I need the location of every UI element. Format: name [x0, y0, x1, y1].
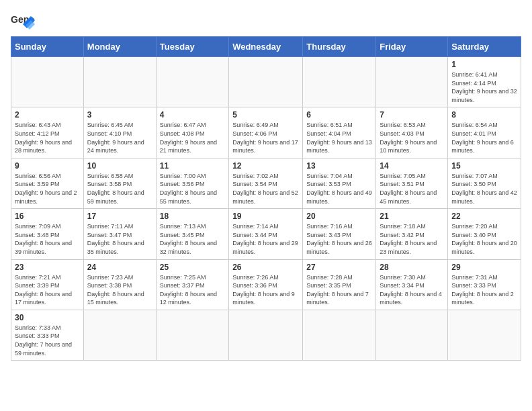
calendar-cell: 28Sunrise: 7:30 AM Sunset: 3:34 PM Dayli… [376, 259, 448, 310]
day-info: Sunrise: 6:58 AM Sunset: 3:58 PM Dayligh… [87, 172, 152, 205]
calendar-cell: 15Sunrise: 7:07 AM Sunset: 3:50 PM Dayli… [448, 158, 521, 208]
calendar-cell: 17Sunrise: 7:11 AM Sunset: 3:47 PM Dayli… [83, 209, 156, 259]
weekday-header-thursday: Thursday [303, 37, 376, 57]
calendar-cell: 13Sunrise: 7:04 AM Sunset: 3:53 PM Dayli… [303, 158, 376, 208]
calendar-cell: 3Sunrise: 6:45 AM Sunset: 4:10 PM Daylig… [83, 107, 156, 158]
calendar-cell: 20Sunrise: 7:16 AM Sunset: 3:43 PM Dayli… [303, 209, 376, 259]
weekday-header-wednesday: Wednesday [229, 37, 303, 57]
header: General [11, 11, 521, 30]
weekday-header-row: SundayMondayTuesdayWednesdayThursdayFrid… [11, 37, 521, 57]
day-info: Sunrise: 7:20 AM Sunset: 3:40 PM Dayligh… [451, 222, 517, 256]
day-number: 2 [15, 110, 80, 120]
calendar-cell: 4Sunrise: 6:47 AM Sunset: 4:08 PM Daylig… [156, 107, 228, 158]
day-info: Sunrise: 6:51 AM Sunset: 4:04 PM Dayligh… [306, 121, 372, 154]
calendar-cell: 9Sunrise: 6:56 AM Sunset: 3:59 PM Daylig… [11, 158, 84, 208]
calendar-cell: 30Sunrise: 7:33 AM Sunset: 3:33 PM Dayli… [11, 310, 84, 360]
calendar-week-row: 16Sunrise: 7:09 AM Sunset: 3:48 PM Dayli… [11, 209, 521, 259]
day-info: Sunrise: 7:09 AM Sunset: 3:48 PM Dayligh… [15, 222, 80, 256]
day-number: 11 [160, 161, 225, 171]
calendar-cell [303, 57, 376, 107]
calendar-cell [11, 57, 84, 107]
calendar-cell: 16Sunrise: 7:09 AM Sunset: 3:48 PM Dayli… [11, 209, 84, 259]
calendar-cell: 8Sunrise: 6:54 AM Sunset: 4:01 PM Daylig… [448, 107, 521, 158]
calendar-cell: 22Sunrise: 7:20 AM Sunset: 3:40 PM Dayli… [448, 209, 521, 259]
day-info: Sunrise: 6:53 AM Sunset: 4:03 PM Dayligh… [380, 121, 444, 154]
day-info: Sunrise: 7:28 AM Sunset: 3:35 PM Dayligh… [306, 273, 372, 307]
calendar-cell: 2Sunrise: 6:43 AM Sunset: 4:12 PM Daylig… [11, 107, 84, 158]
calendar-cell: 1Sunrise: 6:41 AM Sunset: 4:14 PM Daylig… [448, 57, 521, 107]
day-info: Sunrise: 7:05 AM Sunset: 3:51 PM Dayligh… [380, 172, 444, 205]
day-info: Sunrise: 7:02 AM Sunset: 3:54 PM Dayligh… [232, 172, 299, 205]
day-number: 25 [160, 263, 225, 272]
calendar-table: SundayMondayTuesdayWednesdayThursdayFrid… [11, 36, 521, 361]
day-number: 22 [451, 212, 517, 221]
calendar-cell [229, 57, 303, 107]
day-number: 1 [451, 60, 517, 69]
day-number: 18 [160, 212, 225, 221]
day-number: 12 [232, 161, 299, 171]
day-info: Sunrise: 7:13 AM Sunset: 3:45 PM Dayligh… [160, 222, 225, 256]
day-number: 23 [15, 263, 80, 272]
day-info: Sunrise: 7:23 AM Sunset: 3:38 PM Dayligh… [87, 273, 152, 307]
day-info: Sunrise: 6:54 AM Sunset: 4:01 PM Dayligh… [451, 121, 517, 154]
day-number: 6 [306, 110, 372, 120]
calendar-cell: 18Sunrise: 7:13 AM Sunset: 3:45 PM Dayli… [156, 209, 228, 259]
calendar-cell [448, 310, 521, 360]
logo-icon: General [11, 11, 35, 30]
calendar-week-row: 23Sunrise: 7:21 AM Sunset: 3:39 PM Dayli… [11, 259, 521, 310]
calendar-cell: 10Sunrise: 6:58 AM Sunset: 3:58 PM Dayli… [83, 158, 156, 208]
calendar-cell [83, 57, 156, 107]
calendar-cell [156, 310, 228, 360]
calendar-cell: 24Sunrise: 7:23 AM Sunset: 3:38 PM Dayli… [83, 259, 156, 310]
day-info: Sunrise: 7:16 AM Sunset: 3:43 PM Dayligh… [306, 222, 372, 256]
day-number: 26 [232, 263, 299, 272]
day-number: 27 [306, 263, 372, 272]
day-number: 24 [87, 263, 152, 272]
day-info: Sunrise: 6:56 AM Sunset: 3:59 PM Dayligh… [15, 172, 80, 205]
day-number: 19 [232, 212, 299, 221]
logo: General [11, 11, 38, 30]
day-info: Sunrise: 7:30 AM Sunset: 3:34 PM Dayligh… [380, 273, 444, 307]
calendar-cell: 12Sunrise: 7:02 AM Sunset: 3:54 PM Dayli… [229, 158, 303, 208]
day-number: 7 [380, 110, 444, 120]
calendar-cell: 27Sunrise: 7:28 AM Sunset: 3:35 PM Dayli… [303, 259, 376, 310]
calendar-cell: 5Sunrise: 6:49 AM Sunset: 4:06 PM Daylig… [229, 107, 303, 158]
calendar-cell [229, 310, 303, 360]
day-number: 9 [15, 161, 80, 171]
day-info: Sunrise: 7:00 AM Sunset: 3:56 PM Dayligh… [160, 172, 225, 205]
calendar-week-row: 9Sunrise: 6:56 AM Sunset: 3:59 PM Daylig… [11, 158, 521, 208]
day-number: 5 [232, 110, 299, 120]
calendar-cell: 25Sunrise: 7:25 AM Sunset: 3:37 PM Dayli… [156, 259, 228, 310]
day-number: 30 [15, 313, 80, 322]
day-number: 10 [87, 161, 152, 171]
weekday-header-friday: Friday [376, 37, 448, 57]
day-number: 3 [87, 110, 152, 120]
day-info: Sunrise: 7:04 AM Sunset: 3:53 PM Dayligh… [306, 172, 372, 205]
day-info: Sunrise: 6:45 AM Sunset: 4:10 PM Dayligh… [87, 121, 152, 154]
calendar-week-row: 30Sunrise: 7:33 AM Sunset: 3:33 PM Dayli… [11, 310, 521, 360]
day-number: 28 [380, 263, 444, 272]
calendar-body: 1Sunrise: 6:41 AM Sunset: 4:14 PM Daylig… [11, 57, 521, 361]
day-info: Sunrise: 6:41 AM Sunset: 4:14 PM Dayligh… [451, 71, 517, 104]
day-number: 16 [15, 212, 80, 221]
calendar-week-row: 2Sunrise: 6:43 AM Sunset: 4:12 PM Daylig… [11, 107, 521, 158]
calendar-cell [303, 310, 376, 360]
day-info: Sunrise: 7:07 AM Sunset: 3:50 PM Dayligh… [451, 172, 517, 205]
calendar-cell: 21Sunrise: 7:18 AM Sunset: 3:42 PM Dayli… [376, 209, 448, 259]
calendar-header: SundayMondayTuesdayWednesdayThursdayFrid… [11, 37, 521, 57]
weekday-header-sunday: Sunday [11, 37, 84, 57]
calendar-cell [156, 57, 228, 107]
day-info: Sunrise: 7:33 AM Sunset: 3:33 PM Dayligh… [15, 324, 80, 357]
day-number: 4 [160, 110, 225, 120]
day-info: Sunrise: 7:25 AM Sunset: 3:37 PM Dayligh… [160, 273, 225, 307]
calendar-cell [376, 310, 448, 360]
day-info: Sunrise: 7:26 AM Sunset: 3:36 PM Dayligh… [232, 273, 299, 307]
day-info: Sunrise: 7:18 AM Sunset: 3:42 PM Dayligh… [380, 222, 444, 256]
calendar-cell: 23Sunrise: 7:21 AM Sunset: 3:39 PM Dayli… [11, 259, 84, 310]
day-number: 21 [380, 212, 444, 221]
day-info: Sunrise: 6:43 AM Sunset: 4:12 PM Dayligh… [15, 121, 80, 154]
weekday-header-monday: Monday [83, 37, 156, 57]
day-info: Sunrise: 6:49 AM Sunset: 4:06 PM Dayligh… [232, 121, 299, 154]
day-info: Sunrise: 7:14 AM Sunset: 3:44 PM Dayligh… [232, 222, 299, 256]
day-info: Sunrise: 7:21 AM Sunset: 3:39 PM Dayligh… [15, 273, 80, 307]
